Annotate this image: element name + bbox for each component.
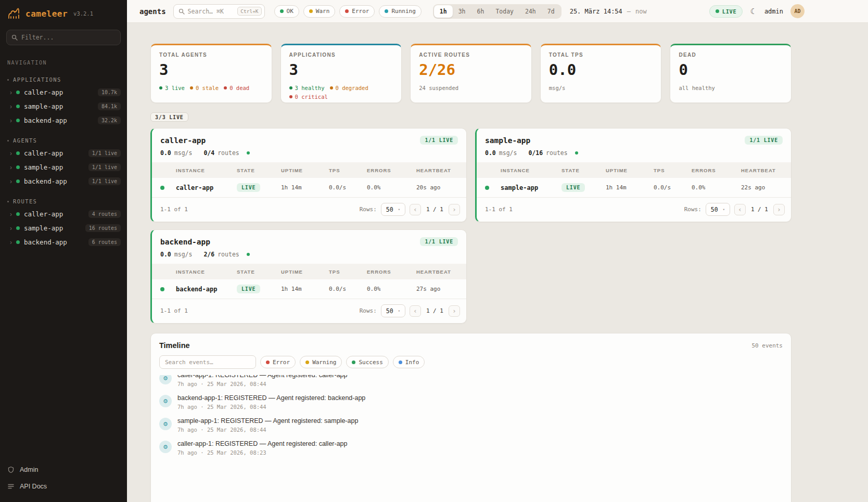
section-label: AGENTS [13, 137, 37, 144]
search-icon [178, 8, 185, 15]
status-dot-icon [16, 151, 20, 155]
cell-tps: 0.0/s [654, 184, 692, 191]
rows-per-page-select[interactable]: 50▾ [381, 304, 405, 317]
global-search-input[interactable] [188, 8, 235, 15]
table-row[interactable]: backend-app LIVE 1h 14m 0.0/s 0.0% 27s a… [152, 279, 466, 299]
topbar: agents Ctrl+K OK Warn E [127, 0, 868, 23]
row-range: 1-1 of 1 [160, 206, 188, 213]
sidebar-item-applications-backend-app[interactable]: › backend-app 32.2k [0, 113, 127, 127]
timeline-chip-warning[interactable]: Warning [300, 356, 342, 368]
filter-chip-running[interactable]: Running [379, 5, 421, 18]
app-stats-line: 0.0msg/s 2/6routes [152, 251, 466, 264]
app-name[interactable]: sample-app [485, 136, 530, 145]
chevron-down-icon: ▾ [398, 208, 400, 212]
item-label: sample-app [24, 224, 81, 232]
health-dot-icon [247, 151, 250, 155]
filter-chip-warn[interactable]: Warn [303, 5, 336, 18]
status-dot-icon [16, 105, 20, 108]
next-page-button[interactable]: › [449, 204, 460, 215]
timeline-header: Timeline 50 events [151, 333, 791, 355]
event-item[interactable]: ⚙ caller-app-1: REGISTERED — Agent regis… [151, 375, 791, 391]
next-page-button[interactable]: › [449, 305, 460, 317]
sidebar-filter-input[interactable] [21, 34, 116, 41]
sidebar-item-agents-caller-app[interactable]: › caller-app 1/1 live [0, 146, 127, 160]
rows-per-page-select[interactable]: 50▾ [381, 203, 405, 216]
filter-chip-ok[interactable]: OK [274, 5, 299, 18]
sidebar-item-agents-sample-app[interactable]: › sample-app 1/1 live [0, 160, 127, 174]
timeline-chip-info[interactable]: Info [393, 356, 425, 368]
running-dot-icon [385, 9, 388, 13]
rows-per-page-select[interactable]: 50▾ [706, 203, 730, 216]
prev-page-button[interactable]: ‹ [410, 305, 421, 317]
next-page-button[interactable]: › [773, 204, 785, 215]
event-list[interactable]: ⚙ caller-app-1: REGISTERED — Agent regis… [151, 375, 791, 502]
status-dot-icon [16, 212, 20, 216]
timeline-chip-error[interactable]: Error [260, 356, 296, 368]
app-name[interactable]: backend-app [160, 238, 210, 246]
prev-page-button[interactable]: ‹ [410, 204, 421, 215]
event-title: sample-app-1: REGISTERED — Agent registe… [177, 417, 358, 424]
filter-chip-error[interactable]: Error [339, 5, 375, 18]
table-row[interactable]: caller-app LIVE 1h 14m 0.0/s 0.0% 20s ag… [152, 178, 466, 198]
section-label: ROUTES [13, 198, 37, 204]
state-badge: LIVE [237, 183, 260, 192]
prev-page-button[interactable]: ‹ [734, 204, 746, 215]
live-label: LIVE [722, 8, 737, 15]
app-card-header: caller-app 1/1 LIVE [152, 128, 466, 149]
registered-event-icon: ⚙ [159, 441, 172, 453]
sidebar-filter[interactable] [6, 30, 121, 45]
chevron-right-icon: › [10, 225, 12, 231]
range-button-today[interactable]: Today [490, 5, 519, 18]
global-search[interactable]: Ctrl+K [173, 4, 265, 19]
table-row[interactable]: sample-app LIVE 1h 14m 0.0/s 0.0% 22s ag… [477, 178, 791, 198]
sidebar-item-agents-backend-app[interactable]: › backend-app 1/1 live [0, 174, 127, 188]
event-time: 7h ago · 25 Mar 2026, 08:23 [177, 449, 348, 456]
event-item[interactable]: ⚙ sample-app-1: REGISTERED — Agent regis… [151, 414, 791, 436]
event-search-input[interactable] [159, 355, 256, 369]
timeline-chip-success[interactable]: Success [346, 356, 388, 368]
event-item[interactable]: ⚙ caller-app-1: REGISTERED — Agent regis… [151, 436, 791, 459]
window-separator: — [627, 8, 631, 15]
chevron-right-icon: › [10, 89, 12, 96]
app-card-header: backend-app 1/1 LIVE [152, 230, 466, 251]
section-header-applications[interactable]: APPLICATIONS [0, 75, 127, 85]
event-item[interactable]: ⚙ backend-app-1: REGISTERED — Agent regi… [151, 391, 791, 414]
sidebar-section-routes: ROUTES › caller-app 4 routes › sample-ap… [0, 197, 127, 249]
range-button-7d[interactable]: 7d [542, 5, 560, 18]
footer-item-label: Admin [20, 466, 38, 473]
range-button-6h[interactable]: 6h [471, 5, 490, 18]
item-badge: 6 routes [88, 238, 121, 246]
sidebar-item-routes-backend-app[interactable]: › backend-app 6 routes [0, 235, 127, 249]
state-badge: LIVE [561, 183, 585, 192]
sidebar-item-applications-caller-app[interactable]: › caller-app 10.7k [0, 85, 127, 99]
range-button-1h[interactable]: 1h [434, 5, 453, 18]
app-name[interactable]: caller-app [160, 136, 206, 145]
item-badge: 10.7k [98, 88, 121, 96]
cell-heartbeat: 27s ago [416, 286, 458, 292]
range-button-3h[interactable]: 3h [453, 5, 471, 18]
sidebar-item-admin[interactable]: Admin [7, 464, 120, 476]
item-badge: 1/1 live [88, 149, 121, 157]
section-header-routes[interactable]: ROUTES [0, 197, 127, 207]
table-footer: 1-1 of 1 Rows: 50▾ ‹ 1 / 1 › [152, 299, 466, 323]
range-button-24h[interactable]: 24h [519, 5, 542, 18]
timeline-event-count: 50 events [751, 342, 783, 349]
page-indicator: 1 / 1 [751, 206, 768, 213]
cell-instance: caller-app [176, 184, 237, 191]
avatar[interactable]: AD [790, 4, 805, 18]
topbar-right: LIVE ☾ admin AD [709, 4, 805, 18]
sidebar-item-routes-caller-app[interactable]: › caller-app 4 routes [0, 207, 127, 221]
time-window: 25. März 14:54 — now [570, 8, 647, 15]
stat-value: 0.0 [549, 62, 653, 78]
sidebar-item-applications-sample-app[interactable]: › sample-app 84.1k [0, 99, 127, 113]
chevron-right-icon: › [10, 118, 12, 124]
sidebar-item-routes-sample-app[interactable]: › sample-app 16 routes [0, 221, 127, 235]
item-label: caller-app [24, 149, 84, 157]
live-status-badge[interactable]: LIVE [709, 5, 743, 18]
sidebar: cameleer v3.2.1 NAVIGATION APPLICATIONS … [0, 0, 127, 502]
red-dot-icon [289, 95, 292, 98]
sidebar-item-api-docs[interactable]: API Docs [7, 480, 120, 493]
section-header-agents[interactable]: AGENTS [0, 136, 127, 146]
cell-errors: 0.0% [367, 286, 416, 292]
dark-mode-toggle-icon[interactable]: ☾ [750, 7, 757, 16]
